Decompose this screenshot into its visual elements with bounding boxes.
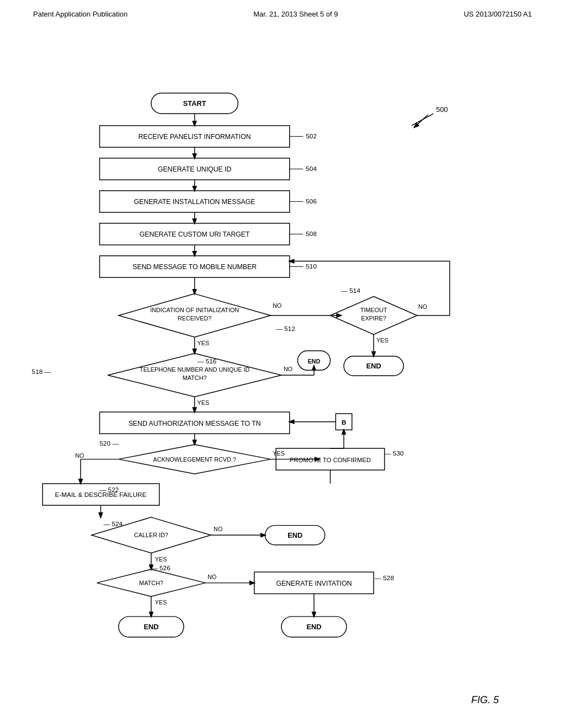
svg-text:SEND MESSAGE TO MOBILE NUMBER: SEND MESSAGE TO MOBILE NUMBER xyxy=(132,263,257,271)
diagram-container: 500 START RECEIVE PANELIST INFORMATION 5… xyxy=(0,50,565,711)
svg-text:506: 506 xyxy=(306,197,317,205)
svg-text:PROMOTE TO CONFIRMED: PROMOTE TO CONFIRMED xyxy=(290,457,371,463)
svg-text:INDICATION OF INITIALIZATION: INDICATION OF INITIALIZATION xyxy=(150,307,239,313)
svg-text:504: 504 xyxy=(306,165,317,173)
svg-text:— 512: — 512 xyxy=(276,325,295,333)
svg-text:ACKNOWLEGEMENT RCVD.?: ACKNOWLEGEMENT RCVD.? xyxy=(153,456,236,463)
svg-text:NO: NO xyxy=(284,366,292,372)
svg-text:NO: NO xyxy=(207,574,216,580)
svg-text:END: END xyxy=(143,623,158,631)
svg-text:EXPIRE?: EXPIRE? xyxy=(361,315,386,322)
svg-text:NO: NO xyxy=(75,452,84,459)
svg-text:RECEIVE PANELIST INFORMATION: RECEIVE PANELIST INFORMATION xyxy=(138,133,251,141)
svg-text:518 —: 518 — xyxy=(32,368,51,376)
header-left: Patent Application Publication xyxy=(33,10,127,18)
svg-text:520 —: 520 — xyxy=(100,440,119,447)
svg-text:TIMEOUT: TIMEOUT xyxy=(360,307,387,313)
svg-line-2 xyxy=(414,115,428,127)
header: Patent Application Publication Mar. 21, … xyxy=(0,0,565,18)
svg-text:NO: NO xyxy=(214,526,222,532)
fig-label: FIG. 5 xyxy=(471,694,499,706)
header-center: Mar. 21, 2013 Sheet 5 of 9 xyxy=(253,10,338,18)
svg-text:GENERATE INVITATION: GENERATE INVITATION xyxy=(276,580,351,587)
svg-text:END: END xyxy=(287,531,302,539)
svg-text:YES: YES xyxy=(198,340,210,346)
flowchart-svg: 500 START RECEIVE PANELIST INFORMATION 5… xyxy=(0,50,565,711)
svg-text:— 528: — 528 xyxy=(375,574,394,582)
svg-text:TELEPHONE NUMBER AND UNIQUE ID: TELEPHONE NUMBER AND UNIQUE ID xyxy=(140,366,249,373)
svg-text:YES: YES xyxy=(273,450,285,457)
svg-text:RECEIVED?: RECEIVED? xyxy=(178,315,211,322)
svg-text:START: START xyxy=(183,99,206,108)
svg-text:E-MAIL & DESCRIBE FAILURE: E-MAIL & DESCRIBE FAILURE xyxy=(55,491,146,499)
page: Patent Application Publication Mar. 21, … xyxy=(0,0,565,728)
svg-text:YES: YES xyxy=(376,337,388,344)
svg-text:YES: YES xyxy=(155,599,167,606)
svg-text:GENERATE CUSTOM URI TARGET: GENERATE CUSTOM URI TARGET xyxy=(140,231,250,238)
svg-text:END: END xyxy=(366,362,381,370)
svg-text:YES: YES xyxy=(198,399,210,406)
svg-text:END: END xyxy=(308,358,321,365)
svg-text:510: 510 xyxy=(306,263,317,270)
svg-text:— 530: — 530 xyxy=(385,449,404,457)
svg-text:NO: NO xyxy=(418,303,427,310)
svg-text:YES: YES xyxy=(155,556,167,563)
svg-text:— 526: — 526 xyxy=(151,564,170,572)
header-right: US 2013/0072150 A1 xyxy=(463,10,532,18)
svg-text:MATCH?: MATCH? xyxy=(183,374,207,381)
svg-text:GENERATE UNIQUE ID: GENERATE UNIQUE ID xyxy=(158,165,232,173)
svg-text:GENERATE INSTALLATION MESSAGE: GENERATE INSTALLATION MESSAGE xyxy=(134,198,255,206)
svg-text:CALLER ID?: CALLER ID? xyxy=(134,532,168,538)
svg-text:NO: NO xyxy=(273,302,281,309)
svg-text:502: 502 xyxy=(306,132,317,140)
svg-text:— 514: — 514 xyxy=(341,287,360,295)
svg-text:B: B xyxy=(342,419,347,426)
svg-text:SEND AUTHORIZATION MESSAGE TO : SEND AUTHORIZATION MESSAGE TO TN xyxy=(129,420,261,427)
svg-text:END: END xyxy=(307,623,322,631)
svg-text:508: 508 xyxy=(306,230,317,238)
svg-text:500: 500 xyxy=(436,105,447,114)
svg-text:MATCH?: MATCH? xyxy=(139,580,163,586)
